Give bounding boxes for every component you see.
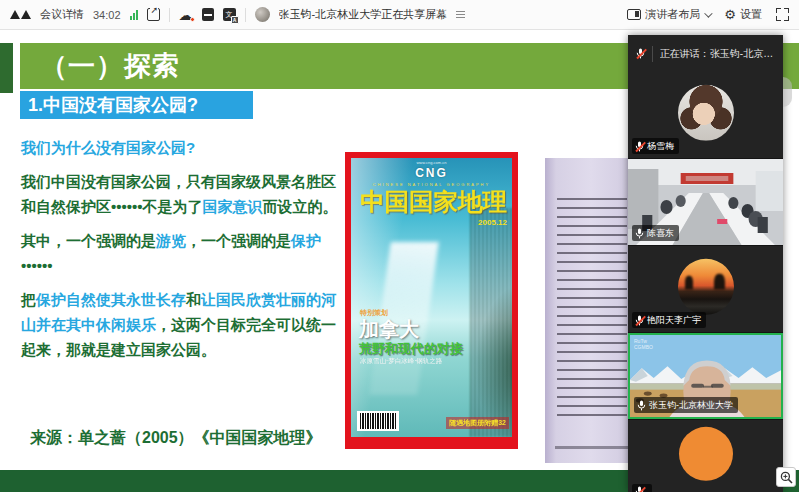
toolbar-divider <box>245 8 246 22</box>
participant-name-chip: 陈喜东 <box>632 225 679 241</box>
share-quality-icon[interactable] <box>456 11 465 19</box>
video-watermark: RuTwCGMBO <box>634 338 653 350</box>
video-tile[interactable]: 陈喜东 <box>628 159 783 245</box>
docs-icon[interactable] <box>202 8 214 21</box>
video-tile-active-speaker[interactable]: RuTwCGMBO 张玉钧-北京林业大学 <box>628 333 783 419</box>
panel-divider <box>652 46 653 62</box>
mic-icon <box>635 228 644 239</box>
participant-name-chip <box>632 484 652 492</box>
mic-icon <box>637 400 646 411</box>
magazine-cng-logo: CNG <box>351 166 512 180</box>
participant-name: 艳阳天李广宇 <box>647 314 701 327</box>
speaking-status-text: 正在讲话：张玉钧-北京林业大... <box>660 47 775 61</box>
toolbar-divider <box>169 8 170 22</box>
video-tiles: 杨雪梅 <box>628 72 783 492</box>
magazine-cover-image: www.cng.com.cn CNG CHINESE NATIONAL GEOG… <box>345 152 518 449</box>
meeting-details-button[interactable]: 会议详情 <box>40 7 84 22</box>
mic-muted-icon <box>635 141 644 152</box>
video-tile[interactable]: 杨雪梅 <box>628 72 783 158</box>
fullscreen-icon[interactable] <box>776 8 789 21</box>
video-tile[interactable] <box>628 420 783 492</box>
layout-selector-label: 演讲者布局 <box>645 7 700 22</box>
gear-icon: ⚙ <box>724 8 736 21</box>
meeting-logo-icon <box>10 10 31 19</box>
slide-subtitle: 1.中国没有国家公园? <box>20 91 253 119</box>
slide-source-citation: 来源：单之蔷（2005）《中国国家地理》 <box>30 428 322 449</box>
chevron-down-icon <box>705 9 713 17</box>
layout-selector-button[interactable]: 演讲者布局 <box>627 7 710 22</box>
translation-icon[interactable]: 文A <box>223 8 236 21</box>
participant-name: 陈喜东 <box>647 227 674 240</box>
slide-paragraph: 我们为什么没有国家公园? <box>21 135 341 160</box>
participants-panel: 正在讲话：张玉钧-北京林业大... 杨雪梅 <box>628 35 783 492</box>
participant-name-chip: 艳阳天李广宇 <box>632 312 706 328</box>
book-page-scan <box>545 158 637 463</box>
network-signal-icon <box>130 10 138 20</box>
avatar <box>678 85 734 141</box>
magazine-issue: 2005.12 <box>478 218 507 227</box>
sharer-avatar <box>255 7 270 22</box>
participant-name: 杨雪梅 <box>647 140 674 153</box>
settings-button[interactable]: ⚙ 设置 <box>724 7 762 22</box>
slide-paragraph: 其中，一个强调的是游览，一个强调的是保护•••••• <box>21 228 341 278</box>
slide-body-text: 我们为什么没有国家公园? 我们中国没有国家公园，只有国家级风景名胜区和自然保护区… <box>21 135 341 371</box>
cloud-record-icon[interactable]: ☁ <box>179 8 193 22</box>
popout-share-icon[interactable] <box>147 8 160 21</box>
meeting-window: 会议详情 34:02 ☁ 文A 张玉钧-北京林业大学正在共享屏幕 演讲者布局 ⚙… <box>0 0 799 492</box>
avatar <box>678 259 734 315</box>
magazine-corner-note: 随遇地图册附赠32 <box>446 417 509 429</box>
magazine-feature-title: 加拿大 <box>359 316 419 343</box>
slide-paragraph: 我们中国没有国家公园，只有国家级风景名胜区和自然保护区••••••不是为了国家意… <box>21 169 341 219</box>
mic-muted-icon[interactable] <box>636 48 645 59</box>
speaking-indicator-bar: 正在讲话：张玉钧-北京林业大... <box>628 35 783 72</box>
magazine-barcode <box>357 411 399 431</box>
meeting-toolbar: 会议详情 34:02 ☁ 文A 张玉钧-北京林业大学正在共享屏幕 演讲者布局 ⚙… <box>0 0 799 30</box>
magazine-feature-line: 冰原雪山·梦白冰峰·钢轨之路 <box>360 357 442 366</box>
magnifier-plus-icon <box>780 471 793 484</box>
participant-name-chip: 张玉钧-北京林业大学 <box>634 397 738 413</box>
magazine-feature-subtitle: 荒野和现代的对接 <box>359 340 463 358</box>
panel-collapse-handle[interactable] <box>783 77 792 107</box>
mic-muted-icon <box>635 315 644 326</box>
sharing-status-text: 张玉钧-北京林业大学正在共享屏幕 <box>279 7 448 22</box>
book-page-footnote <box>555 446 629 449</box>
settings-label: 设置 <box>740 7 762 22</box>
mic-muted-icon <box>635 486 644 492</box>
layout-icon <box>627 9 641 20</box>
magazine-title: 中国国家地理 <box>353 186 512 218</box>
participant-name: 张玉钧-北京林业大学 <box>649 399 733 412</box>
meeting-timer: 34:02 <box>93 9 121 21</box>
avatar <box>679 427 733 481</box>
video-tile[interactable]: 艳阳天李广宇 <box>628 246 783 332</box>
participant-name-chip: 杨雪梅 <box>632 138 679 154</box>
magazine-waterfall-photo: www.cng.com.cn CNG CHINESE NATIONAL GEOG… <box>351 158 512 437</box>
book-page-text-lines <box>557 198 627 418</box>
screen-zoom-button[interactable] <box>776 467 796 487</box>
slide-accent-stripe <box>0 43 13 93</box>
magazine-url: www.cng.com.cn <box>351 160 512 165</box>
slide-paragraph: 把保护自然使其永世长存和让国民欣赏壮丽的河山并在其中休闲娱乐，这两个目标完全可以… <box>21 287 341 362</box>
